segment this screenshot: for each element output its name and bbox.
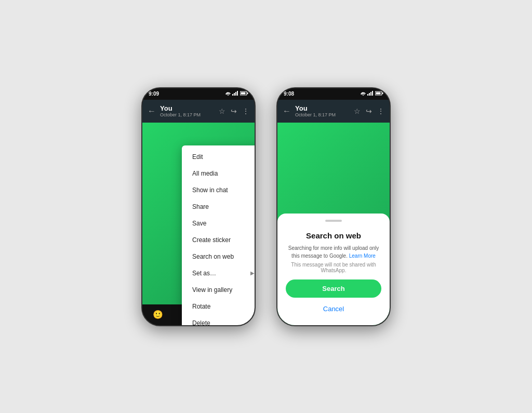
battery-icon-right bbox=[375, 91, 383, 97]
status-time-left: 9:09 bbox=[149, 91, 159, 97]
phone-notch-left bbox=[183, 88, 214, 92]
menu-item-edit[interactable]: Edit bbox=[182, 149, 255, 165]
star-icon-right[interactable]: ☆ bbox=[354, 107, 361, 115]
svg-rect-0 bbox=[232, 94, 233, 96]
svg-rect-10 bbox=[369, 93, 370, 96]
svg-rect-5 bbox=[241, 92, 246, 95]
svg-rect-9 bbox=[367, 94, 368, 96]
app-bar-icons-right: ☆ ↪ ⋮ bbox=[354, 107, 384, 115]
side-button-left bbox=[255, 140, 256, 166]
forward-icon-left[interactable]: ↪ bbox=[231, 107, 237, 115]
menu-item-search-on-web[interactable]: Search on web bbox=[182, 248, 255, 265]
back-button-left[interactable]: ← bbox=[148, 106, 156, 116]
screen-left: 9:09 bbox=[142, 88, 255, 325]
svg-rect-3 bbox=[237, 91, 238, 96]
contact-date-right: October 1, 8:17 PM bbox=[295, 112, 350, 117]
screen-right: 9:08 bbox=[277, 88, 390, 325]
phone-notch-right bbox=[318, 88, 349, 92]
menu-item-view-in-gallery[interactable]: View in gallery bbox=[182, 282, 255, 298]
forward-icon-right[interactable]: ↪ bbox=[366, 107, 372, 115]
svg-rect-11 bbox=[370, 92, 371, 96]
svg-rect-15 bbox=[382, 92, 383, 94]
menu-item-set-as[interactable]: Set as… ▶ bbox=[182, 265, 255, 282]
svg-rect-12 bbox=[372, 91, 373, 96]
phone-right: 9:08 bbox=[276, 87, 391, 326]
more-icon-right[interactable]: ⋮ bbox=[377, 107, 384, 115]
dialog-content: Search on web Searching for more info wi… bbox=[277, 214, 390, 325]
status-icons-right bbox=[361, 91, 383, 97]
menu-item-save[interactable]: Save bbox=[182, 215, 255, 232]
wifi-icon-right bbox=[361, 91, 366, 97]
search-button[interactable]: Search bbox=[286, 279, 381, 298]
set-as-arrow-icon: ▶ bbox=[250, 270, 255, 276]
contact-name-right: You bbox=[295, 104, 350, 113]
dialog-title: Search on web bbox=[286, 231, 381, 240]
svg-rect-1 bbox=[234, 93, 235, 96]
side-button-right bbox=[390, 140, 391, 166]
menu-item-create-sticker[interactable]: Create sticker bbox=[182, 232, 255, 248]
svg-rect-14 bbox=[376, 92, 381, 95]
contact-info-right: You October 1, 8:17 PM bbox=[295, 104, 350, 118]
menu-item-all-media[interactable]: All media bbox=[182, 165, 255, 182]
dialog-note: This message will not be shared with Wha… bbox=[286, 262, 381, 273]
contact-info-left: You October 1, 8:17 PM bbox=[160, 104, 215, 118]
menu-item-rotate[interactable]: Rotate bbox=[182, 298, 255, 315]
signal-icon-left bbox=[232, 91, 238, 97]
cancel-button[interactable]: Cancel bbox=[286, 301, 381, 317]
status-icons-left bbox=[225, 91, 248, 97]
status-time-right: 9:08 bbox=[284, 91, 294, 97]
dialog-description: Searching for more info will upload only… bbox=[286, 244, 381, 260]
app-bar-right: ← You October 1, 8:17 PM ☆ ↪ ⋮ bbox=[277, 100, 390, 123]
contact-date-left: October 1, 8:17 PM bbox=[160, 112, 215, 117]
search-dialog: Search on web Searching for more info wi… bbox=[277, 214, 390, 325]
app-bar-icons-left: ☆ ↪ ⋮ bbox=[219, 107, 249, 115]
svg-rect-6 bbox=[247, 92, 248, 94]
wifi-icon-left bbox=[225, 91, 231, 97]
battery-icon-left bbox=[240, 91, 248, 97]
menu-item-share[interactable]: Share bbox=[182, 198, 255, 215]
phone-left: 9:09 bbox=[141, 87, 256, 326]
back-button-right[interactable]: ← bbox=[283, 106, 291, 116]
learn-more-link[interactable]: Learn More bbox=[349, 253, 376, 259]
context-menu: Edit All media Show in chat Share Save C… bbox=[182, 145, 255, 325]
svg-rect-2 bbox=[235, 92, 236, 96]
dialog-handle-container bbox=[286, 220, 381, 226]
app-bar-left: ← You October 1, 8:17 PM ☆ ↪ ⋮ bbox=[142, 100, 255, 123]
menu-item-delete[interactable]: Delete bbox=[182, 315, 255, 325]
contact-name-left: You bbox=[160, 104, 215, 113]
dialog-handle-bar bbox=[325, 220, 342, 222]
star-icon-left[interactable]: ☆ bbox=[219, 107, 225, 115]
more-icon-left[interactable]: ⋮ bbox=[242, 107, 249, 115]
signal-icon-right bbox=[367, 91, 374, 97]
menu-item-show-in-chat[interactable]: Show in chat bbox=[182, 182, 255, 198]
emoji-button-left[interactable]: 🙂 bbox=[153, 310, 163, 319]
